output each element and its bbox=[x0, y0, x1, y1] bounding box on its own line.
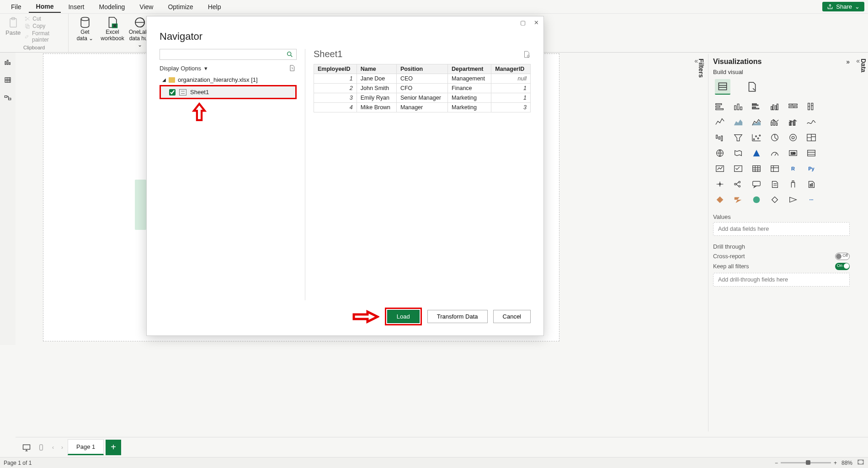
sheet-checkbox[interactable] bbox=[169, 89, 176, 96]
table-view-icon[interactable] bbox=[4, 76, 12, 85]
display-options-dropdown[interactable]: Display Options ▾ bbox=[160, 65, 208, 72]
viz-kpi[interactable] bbox=[714, 163, 726, 174]
viz-power-automate[interactable] bbox=[732, 194, 744, 205]
col-employeeid: EmployeeID bbox=[314, 64, 357, 74]
excel-workbook-button[interactable]: X Excel workbook bbox=[100, 16, 125, 50]
format-visual-mode[interactable] bbox=[744, 79, 760, 95]
collapse-visualizations-icon[interactable]: » bbox=[846, 58, 850, 65]
viz-sparkline[interactable] bbox=[769, 194, 781, 205]
menu-view[interactable]: View bbox=[132, 1, 160, 12]
viz-table[interactable] bbox=[751, 163, 762, 174]
viz-clustered-bar[interactable] bbox=[751, 101, 762, 112]
viz-gauge[interactable] bbox=[769, 148, 781, 159]
cancel-button[interactable]: Cancel bbox=[493, 310, 531, 323]
copy-button[interactable]: Copy bbox=[24, 23, 64, 29]
menu-modeling[interactable]: Modeling bbox=[91, 1, 132, 12]
viz-key-influencers[interactable] bbox=[714, 179, 726, 190]
svg-point-62 bbox=[735, 183, 736, 185]
viz-stacked-column[interactable] bbox=[732, 101, 744, 112]
onelake-icon bbox=[133, 16, 147, 29]
format-painter-button[interactable]: Format painter bbox=[24, 30, 64, 43]
data-pane-tab[interactable]: Data bbox=[859, 55, 868, 76]
cut-button[interactable]: Cut bbox=[24, 16, 64, 22]
cross-report-toggle[interactable]: Off bbox=[835, 253, 850, 260]
viz-card[interactable]: 123 bbox=[787, 148, 799, 159]
menu-file[interactable]: File bbox=[4, 1, 29, 12]
viz-pie[interactable] bbox=[769, 132, 781, 143]
viz-line-clustered-column[interactable] bbox=[787, 117, 799, 128]
report-view-icon[interactable] bbox=[4, 58, 12, 68]
viz-stacked-area[interactable] bbox=[751, 117, 762, 128]
navigator-sheet-node[interactable]: Sheet1 bbox=[160, 85, 297, 99]
dialog-maximize-icon[interactable]: ▢ bbox=[520, 19, 526, 26]
add-page-button[interactable]: + bbox=[106, 440, 121, 455]
viz-ribbon[interactable] bbox=[805, 117, 817, 128]
viz-map[interactable] bbox=[714, 148, 726, 159]
navigator-search[interactable] bbox=[160, 49, 297, 60]
viz-waterfall[interactable] bbox=[714, 132, 726, 143]
viz-clustered-column[interactable] bbox=[769, 101, 781, 112]
zoom-in-button[interactable]: + bbox=[834, 460, 837, 466]
menu-help[interactable]: Help bbox=[201, 1, 229, 12]
svg-rect-27 bbox=[771, 106, 772, 110]
mobile-layout-icon[interactable] bbox=[35, 441, 48, 454]
svg-rect-21 bbox=[737, 104, 739, 110]
page-next-icon[interactable]: › bbox=[59, 444, 66, 451]
viz-treemap[interactable] bbox=[805, 132, 817, 143]
transform-data-button[interactable]: Transform Data bbox=[427, 310, 488, 323]
load-button[interactable]: Load bbox=[387, 310, 420, 323]
refresh-icon[interactable] bbox=[288, 64, 296, 72]
viz-r[interactable]: R bbox=[787, 163, 799, 174]
paste-button[interactable]: Paste bbox=[4, 16, 22, 43]
viz-azure-map[interactable] bbox=[751, 148, 762, 159]
viz-qa[interactable] bbox=[751, 179, 762, 190]
dialog-close-icon[interactable]: ✕ bbox=[534, 19, 539, 26]
filters-pane-tab[interactable]: Filters bbox=[697, 55, 706, 81]
viz-donut[interactable] bbox=[787, 132, 799, 143]
get-data-button[interactable]: Get data ⌄ bbox=[72, 16, 98, 50]
viz-100-stacked-column[interactable] bbox=[805, 101, 817, 112]
menu-insert[interactable]: Insert bbox=[61, 1, 91, 12]
zoom-slider[interactable] bbox=[781, 462, 831, 463]
viz-more[interactable]: ··· bbox=[805, 194, 817, 205]
navigator-file-node[interactable]: ◢ organization_hierarchy.xlsx [1] bbox=[160, 75, 297, 85]
values-field-well[interactable]: Add data fields here bbox=[713, 222, 850, 236]
viz-line-stacked-column[interactable] bbox=[769, 117, 781, 128]
preview-options-icon[interactable] bbox=[522, 50, 531, 58]
drill-through-field-well[interactable]: Add drill-through fields here bbox=[713, 273, 850, 287]
viz-scatter[interactable] bbox=[751, 132, 762, 143]
placeholder-visual bbox=[135, 180, 146, 230]
viz-py[interactable]: Py bbox=[805, 163, 817, 174]
viz-get-more[interactable] bbox=[787, 194, 799, 205]
build-visual-mode[interactable] bbox=[715, 79, 730, 95]
viz-filled-map[interactable] bbox=[732, 148, 744, 159]
viz-line[interactable] bbox=[714, 117, 726, 128]
page-tab-1[interactable]: Page 1 bbox=[68, 439, 104, 455]
viz-matrix[interactable] bbox=[769, 163, 781, 174]
viz-100-stacked-bar[interactable] bbox=[787, 101, 799, 112]
viz-decomposition[interactable] bbox=[732, 179, 744, 190]
keep-filters-toggle[interactable]: On bbox=[835, 263, 850, 270]
svg-rect-24 bbox=[752, 105, 758, 106]
svg-rect-42 bbox=[716, 135, 718, 138]
viz-multi-row-card[interactable] bbox=[805, 148, 817, 159]
viz-arcgis[interactable] bbox=[751, 194, 762, 205]
viz-goals[interactable] bbox=[787, 179, 799, 190]
viz-funnel[interactable] bbox=[732, 132, 744, 143]
share-button[interactable]: Share ⌄ bbox=[822, 2, 864, 11]
viz-power-apps[interactable] bbox=[714, 194, 726, 205]
viz-area[interactable] bbox=[732, 117, 744, 128]
model-view-icon[interactable] bbox=[4, 94, 12, 103]
menu-home[interactable]: Home bbox=[29, 1, 61, 13]
viz-paginated[interactable] bbox=[805, 179, 817, 190]
menu-optimize[interactable]: Optimize bbox=[160, 1, 200, 12]
fit-to-page-icon[interactable] bbox=[857, 459, 864, 467]
zoom-out-button[interactable]: − bbox=[775, 460, 778, 466]
page-prev-icon[interactable]: ‹ bbox=[49, 444, 57, 451]
navigator-search-input[interactable] bbox=[163, 51, 286, 58]
viz-stacked-bar[interactable] bbox=[714, 101, 726, 112]
viz-narrative[interactable] bbox=[769, 179, 781, 190]
svg-rect-41 bbox=[794, 120, 795, 125]
viz-slicer[interactable] bbox=[732, 163, 744, 174]
desktop-layout-icon[interactable] bbox=[20, 441, 33, 454]
